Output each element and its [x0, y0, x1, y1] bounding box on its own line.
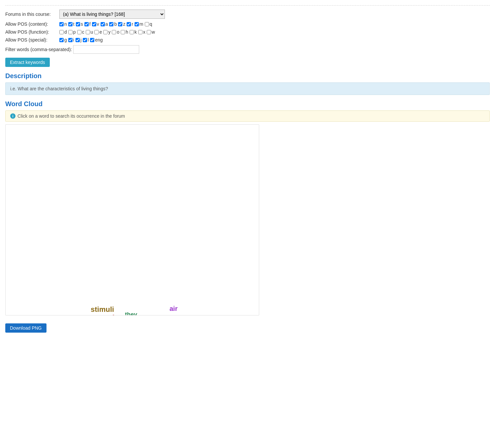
checkbox-q[interactable] [145, 22, 149, 26]
checkbox-j[interactable] [76, 38, 80, 42]
checkbox-n[interactable] [59, 22, 64, 26]
word-cloud-container: thingslivingthingmovegrowreproduceexcret… [5, 124, 259, 315]
extract-keywords-button[interactable]: Extract keywords [5, 58, 50, 67]
checkbox-k[interactable] [130, 30, 134, 34]
checkbox-i[interactable] [68, 38, 73, 42]
download-png-button[interactable]: Download PNG [5, 323, 46, 333]
word-cloud-word[interactable]: stimuli [91, 306, 114, 313]
wordcloud-info-box: i Click on a word to search its occurren… [5, 110, 490, 122]
word-cloud-word[interactable]: they [125, 312, 137, 315]
pos-function-group: dpcueyohkxw [59, 29, 155, 35]
checkbox-r[interactable] [127, 22, 131, 26]
word-cloud-word[interactable]: air [170, 305, 177, 312]
checkbox-c[interactable] [77, 30, 81, 34]
checkbox-eng[interactable] [90, 38, 94, 42]
pos-content-group: ntsfvabzrmq [59, 21, 152, 27]
pos-content-label: Allow POS (content): [5, 21, 58, 27]
checkbox-v[interactable] [92, 22, 96, 26]
checkbox-m[interactable] [135, 22, 139, 26]
pos-function-label: Allow POS (function): [5, 29, 58, 35]
pos-special-label: Allow POS (special): [5, 37, 58, 43]
checkbox-y[interactable] [103, 30, 108, 34]
wordcloud-title: Word Cloud [5, 100, 490, 108]
checkbox-l[interactable] [83, 38, 87, 42]
checkbox-w[interactable] [147, 30, 151, 34]
checkbox-a[interactable] [101, 22, 105, 26]
description-box: i.e. What are the characteristics of liv… [5, 82, 490, 95]
wordcloud-info-text: Click on a word to search its occurrence… [17, 113, 125, 119]
word-cloud-word[interactable]: need [95, 314, 115, 315]
checkbox-z[interactable] [118, 22, 122, 26]
checkbox-p[interactable] [68, 30, 73, 34]
checkbox-s[interactable] [76, 22, 80, 26]
checkbox-h[interactable] [121, 30, 125, 34]
info-icon: i [10, 113, 15, 119]
filter-label: Filter words (comma-separated): [5, 47, 72, 52]
checkbox-g[interactable] [59, 38, 64, 42]
checkbox-o[interactable] [112, 30, 116, 34]
filter-input[interactable] [73, 45, 139, 54]
forum-select[interactable]: (a) What is living things? [168] [59, 10, 165, 19]
word-cloud-word[interactable]: thing [151, 315, 189, 315]
checkbox-d[interactable] [59, 30, 64, 34]
description-title: Description [5, 72, 490, 80]
checkbox-x[interactable] [138, 30, 142, 34]
checkbox-e[interactable] [94, 30, 99, 34]
checkbox-f[interactable] [84, 22, 89, 26]
checkbox-t[interactable] [68, 22, 73, 26]
checkbox-u[interactable] [86, 30, 90, 34]
checkbox-b[interactable] [109, 22, 113, 26]
forum-label: Forums in this course: [5, 12, 58, 17]
pos-special-group: gijleng [59, 37, 103, 43]
